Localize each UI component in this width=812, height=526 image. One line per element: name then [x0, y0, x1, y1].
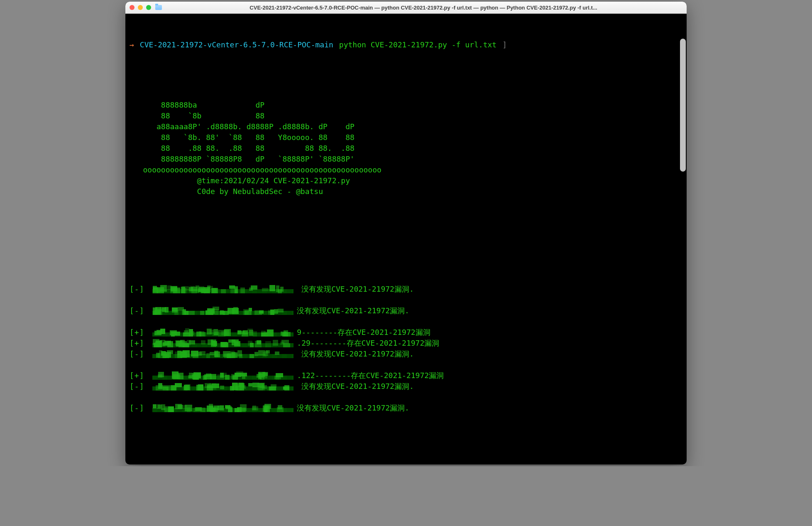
titlebar[interactable]: CVE-2021-21972-vCenter-6.5-7.0-RCE-POC-m…	[125, 2, 687, 14]
result-tag-notfound: [-]	[130, 381, 149, 392]
result-row	[130, 359, 682, 370]
prompt-line: → CVE-2021-21972-vCenter-6.5-7.0-RCE-POC…	[130, 39, 682, 50]
result-row: [+] 9--------存在CVE-2021-21972漏洞	[130, 327, 682, 338]
result-message: 没有发现CVE-2021-21972漏洞.	[297, 284, 413, 295]
result-tag-notfound: [-]	[130, 403, 149, 413]
result-message: 没有发现CVE-2021-21972漏洞.	[297, 381, 413, 392]
result-row: [-] 没有发现CVE-2021-21972漏洞.	[130, 381, 682, 392]
banner-line: a88aaaa8P' .d8888b. d8888P .d8888b. dP d…	[130, 122, 355, 131]
redacted-host	[152, 285, 293, 293]
result-row	[130, 392, 682, 403]
redacted-host	[152, 371, 293, 380]
result-row: [+] .29--------存在CVE-2021-21972漏洞	[130, 338, 682, 349]
result-tag-found: [+]	[130, 338, 149, 349]
banner-line: 88 `8b 88	[130, 111, 264, 120]
result-tag-notfound: [-]	[130, 284, 149, 295]
result-message: 没有发现CVE-2021-21972漏洞.	[297, 403, 409, 413]
result-tag-notfound: [-]	[130, 349, 149, 359]
scrollbar-thumb[interactable]	[680, 39, 686, 172]
prompt-command: python CVE-2021-21972.py -f url.txt	[339, 39, 496, 50]
window-controls	[130, 5, 151, 10]
result-row: [-] 没有发现CVE-2021-21972漏洞.	[130, 284, 682, 295]
result-tag-found: [+]	[130, 327, 149, 338]
redacted-host	[152, 382, 293, 391]
result-message: 没有发现CVE-2021-21972漏洞.	[297, 349, 413, 359]
result-row: [+] .122--------存在CVE-2021-21972漏洞	[130, 370, 682, 381]
banner-line: C0de by NebulabdSec - @batsu	[130, 187, 323, 196]
banner-line: oooooooooooooooooooooooooooooooooooooooo…	[130, 165, 382, 174]
zoom-icon[interactable]	[146, 5, 151, 10]
result-row: [-] 没有发现CVE-2021-21972漏洞.	[130, 403, 682, 413]
redacted-host	[152, 328, 293, 337]
terminal-body[interactable]: → CVE-2021-21972-vCenter-6.5-7.0-RCE-POC…	[125, 14, 687, 465]
banner-line: 88 .88 88. .88 88 88 88. .88	[130, 144, 355, 152]
redacted-host	[152, 339, 293, 347]
window-title: CVE-2021-21972-vCenter-6.5-7.0-RCE-POC-m…	[164, 5, 682, 11]
result-message: 没有发现CVE-2021-21972漏洞.	[297, 305, 409, 316]
ascii-banner: 888888ba dP 88 `8b 88 a88aaaa8P' .d8888b…	[130, 89, 682, 208]
result-tag-found: [+]	[130, 370, 149, 381]
results-list: [-] 没有发现CVE-2021-21972漏洞.[-] 没有发现CVE-202…	[130, 284, 682, 413]
result-row	[130, 316, 682, 327]
banner-line: 88 `8b. 88' `88 88 Y8ooooo. 88 88	[130, 133, 355, 142]
close-icon[interactable]	[130, 5, 135, 10]
banner-line: 888888ba dP	[130, 101, 264, 109]
result-tag-notfound: [-]	[130, 305, 149, 316]
result-message: 9--------存在CVE-2021-21972漏洞	[297, 327, 430, 338]
result-row: [-] 没有发现CVE-2021-21972漏洞.	[130, 349, 682, 359]
terminal-window: CVE-2021-21972-vCenter-6.5-7.0-RCE-POC-m…	[125, 2, 687, 465]
minimize-icon[interactable]	[138, 5, 143, 10]
prompt-cwd: CVE-2021-21972-vCenter-6.5-7.0-RCE-POC-m…	[140, 39, 333, 50]
prompt-cursor: ]	[502, 39, 507, 50]
prompt-arrow-icon: →	[130, 39, 134, 50]
redacted-host	[152, 350, 293, 358]
result-row: [-] 没有发现CVE-2021-21972漏洞.	[130, 305, 682, 316]
folder-icon	[155, 5, 162, 10]
redacted-host	[152, 404, 293, 412]
result-message: .29--------存在CVE-2021-21972漏洞	[297, 338, 439, 349]
result-row	[130, 295, 682, 305]
banner-line: 88888888P `88888P8 dP `88888P' `88888P'	[130, 155, 355, 163]
banner-line: @time:2021/02/24 CVE-2021-21972.py	[130, 176, 350, 185]
redacted-host	[152, 307, 293, 315]
result-message: .122--------存在CVE-2021-21972漏洞	[297, 370, 444, 381]
